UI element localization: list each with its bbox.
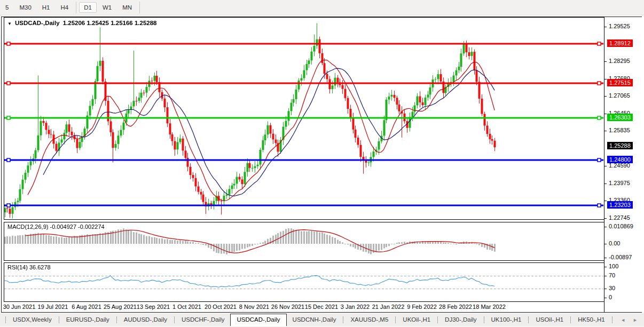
tab-separator xyxy=(437,316,438,323)
chart-ohlc-values: 1.25206 1.25425 1.25166 1.25288 xyxy=(63,20,157,26)
price-tick-mark xyxy=(604,184,607,184)
rsi-indicator-label: RSI(14) 36.6278 xyxy=(7,264,51,270)
timeframe-button-W1[interactable]: W1 xyxy=(98,2,116,13)
chart-tab-xauusd-m5[interactable]: XAUUSD-,M5 xyxy=(344,315,394,325)
tab-separator xyxy=(395,316,396,323)
price-tick-label: 1.29525 xyxy=(609,23,630,29)
chart-tab-usoil-h1[interactable]: USOil-,H1 xyxy=(530,315,569,325)
tab-separator xyxy=(570,316,571,323)
chart-tab-usdcnh-daily[interactable]: USDCNH-,Daily xyxy=(287,315,342,325)
price-tick-mark xyxy=(604,96,607,97)
price-level-label: 1.23203 xyxy=(607,201,633,209)
tab-separator xyxy=(612,316,612,323)
chart-tab-dj30-daily[interactable]: DJ30-,Daily xyxy=(439,315,482,325)
rsi-pane: RSI(14) 36.6278 xyxy=(4,262,604,302)
chart-tab-hk50-h1[interactable]: HK50-,H1 xyxy=(572,315,611,325)
chart-tab-usdx-weekly[interactable]: USDX,Weekly xyxy=(7,315,58,325)
chart-tab-ukoil-h1[interactable]: UKOil-,H1 xyxy=(397,315,436,325)
macd-tick-mark xyxy=(604,227,607,227)
price-tick-label: 1.28295 xyxy=(609,58,630,64)
macd-tick-mark xyxy=(604,244,607,244)
price-axis: 1.295251.282951.276801.270651.264501.258… xyxy=(604,17,642,312)
timeframe-button-M30[interactable]: M30 xyxy=(14,2,36,13)
price-level-label: 1.26303 xyxy=(607,114,633,121)
symbol-dropdown-icon[interactable]: ▼ xyxy=(7,21,12,26)
macd-tick-mark xyxy=(604,258,607,258)
tab-separator xyxy=(5,316,6,323)
price-tick-mark xyxy=(604,131,607,131)
tab-scroll-right-icon[interactable]: ► xyxy=(633,317,638,323)
timeframe-toolbar: 5M30H1H4D1W1MN xyxy=(0,0,644,15)
price-level-label: 1.28912 xyxy=(607,39,633,47)
rsi-tick-label: 30 xyxy=(609,285,615,291)
rsi-tick-label: 0 xyxy=(609,294,612,300)
tab-scroll-left-icon[interactable]: ◄ xyxy=(621,317,625,323)
price-tick-mark xyxy=(604,27,607,27)
rsi-tick-mark xyxy=(604,267,607,267)
price-tick-label: 1.22745 xyxy=(609,214,630,221)
date-axis: 30 Jun 202119 Jul 20216 Aug 202125 Aug 2… xyxy=(4,302,604,312)
price-tick-mark xyxy=(604,114,607,114)
price-tick-mark xyxy=(604,218,607,219)
tab-separator xyxy=(174,316,175,323)
price-tick-label: 1.27065 xyxy=(609,92,630,99)
rsi-chart-canvas[interactable] xyxy=(4,263,603,301)
chart-title: ▼ USDCAD-,Daily 1.25206 1.25425 1.25166 … xyxy=(7,20,157,26)
macd-tick-label: -0.00897 xyxy=(609,254,632,260)
macd-indicator-label: MACD(12,26,9) -0.004927 -0.002274 xyxy=(7,224,105,230)
price-tick-mark xyxy=(604,201,607,201)
macd-tick-label: 0.00 xyxy=(609,240,620,246)
rsi-tick-label: 70 xyxy=(609,272,615,278)
macd-tick-label: 0.010869 xyxy=(609,223,633,229)
rsi-tick-label: 100 xyxy=(609,263,618,269)
date-tick-label: 18 Mar 2022 xyxy=(464,304,515,310)
timeframe-button-MN[interactable]: MN xyxy=(117,2,137,13)
price-tick-mark xyxy=(604,166,607,166)
macd-pane: MACD(12,26,9) -0.004927 -0.002274 xyxy=(4,222,604,261)
tab-scroll-arrows: ◄► xyxy=(621,317,638,323)
price-tick-label: 1.25835 xyxy=(609,127,630,133)
chart-tab-usdchf-daily[interactable]: USDCHF-,Daily xyxy=(176,315,231,325)
price-level-label: 1.24800 xyxy=(607,156,633,163)
chart-symbol-label: USDCAD-,Daily xyxy=(15,20,60,26)
price-level-label: 1.27515 xyxy=(607,79,633,86)
tab-separator xyxy=(528,316,529,323)
tab-separator xyxy=(116,316,117,323)
timeframe-button-5[interactable]: 5 xyxy=(1,2,13,13)
timeframe-button-H4[interactable]: H4 xyxy=(56,2,73,13)
chart-window: ▼ USDCAD-,Daily 1.25206 1.25425 1.25166 … xyxy=(1,17,642,313)
toolbar-separator xyxy=(76,2,76,13)
price-tick-label: 1.23975 xyxy=(609,180,630,186)
timeframe-button-D1[interactable]: D1 xyxy=(79,2,97,13)
tab-separator xyxy=(59,316,59,323)
rsi-tick-mark xyxy=(604,298,607,298)
chart-tab-audusd-daily[interactable]: AUDUSD-,Daily xyxy=(118,315,173,325)
price-tick-mark xyxy=(604,61,607,62)
rsi-tick-mark xyxy=(604,276,607,276)
tab-separator xyxy=(484,316,484,323)
tab-separator xyxy=(343,316,343,323)
chart-tab-bar: USDX,WeeklyEURUSD-,DailyAUDUSD-,DailyUSD… xyxy=(0,313,644,327)
price-tick-mark xyxy=(604,79,607,79)
timeframe-button-H1[interactable]: H1 xyxy=(37,2,55,13)
price-chart-canvas[interactable] xyxy=(4,18,603,219)
price-pane: ▼ USDCAD-,Daily 1.25206 1.25425 1.25166 … xyxy=(4,17,604,220)
toolbar-separator xyxy=(139,2,140,13)
chart-tab-eurusd-daily[interactable]: EURUSD-,Daily xyxy=(60,315,115,325)
chart-tab-uk100-h1[interactable]: UK100-,H1 xyxy=(485,315,528,325)
chart-tab-usdcad-daily[interactable]: USDCAD-,Daily xyxy=(230,314,286,326)
rsi-tick-mark xyxy=(604,289,607,289)
current-price-label: 1.25288 xyxy=(607,142,633,149)
